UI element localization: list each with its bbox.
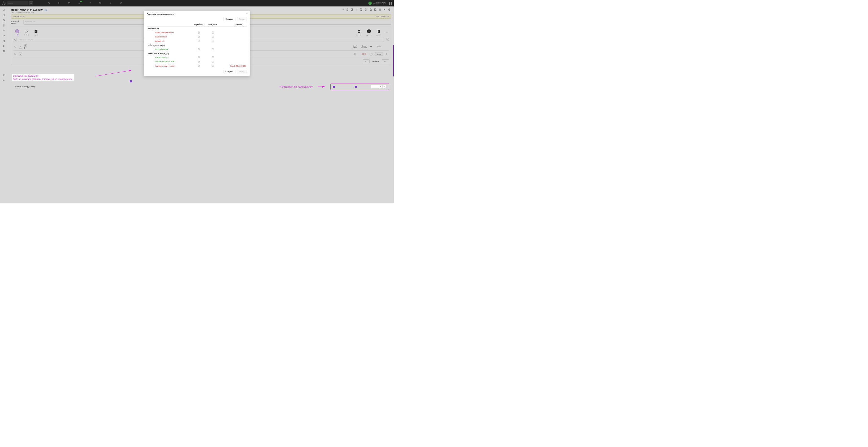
check-item: Вказаний механік <box>147 47 192 52</box>
check-cbx <box>198 56 200 58</box>
modal-title: Перевірка наряд-замовлення <box>147 13 247 15</box>
check-cbx <box>198 61 200 62</box>
check-modal: ✕ Перевірка наряд-замовлення Скасувати Г… <box>144 10 250 76</box>
check-cbx <box>198 48 200 50</box>
group-header: Роботи (кожен рядок) <box>147 43 247 47</box>
check-item: Оновлені зак.ціни по ФІФО <box>147 60 192 64</box>
col-check: Перевіряти <box>192 22 206 27</box>
check-item: Вказаний пробіг <box>147 35 192 39</box>
group-header: Запчастини (кожен рядок) <box>147 52 247 55</box>
block-cbx <box>212 61 214 62</box>
check-item: Залишок = 0 <box>147 39 192 43</box>
annotation-block-mode: В режимі «Блокування», буде не можливо з… <box>11 74 74 81</box>
block-cbx <box>212 48 214 50</box>
value-text: Ряд. 1 (06L115562B) <box>220 64 247 68</box>
ok-button-top: Гаразд <box>237 17 247 21</box>
block-checkbox[interactable]: ✓ <box>355 86 357 88</box>
block-cbx <box>212 56 214 58</box>
check-table: Перевіряти Блокувати Значення Заголовок … <box>147 22 247 68</box>
arrow-annotation-2 <box>317 86 326 88</box>
check-item: Націнка по товару > ліміту <box>147 64 192 68</box>
check-cbx <box>198 40 200 42</box>
cancel-button-top[interactable]: Скасувати <box>223 17 236 21</box>
block-cbx <box>212 40 214 42</box>
pct-addon: % <box>382 85 386 89</box>
limit-input[interactable] <box>371 85 382 89</box>
block-cbx <box>212 65 214 67</box>
bottom-row-label: Націнка по товару > ліміту <box>15 86 57 88</box>
check-cbx <box>198 65 200 67</box>
col-value: Значення <box>220 22 247 27</box>
modal-close-button[interactable]: ✕ <box>246 12 248 14</box>
check-item: Резерв = Кількості <box>147 55 192 59</box>
check-cbx <box>198 32 200 33</box>
highlight-box: ✓ ✓ % <box>331 83 389 90</box>
check-item: Вказані реквізити клієнта <box>147 30 192 35</box>
check-checkbox[interactable]: ✓ <box>333 86 335 88</box>
ok-button: Гаразд <box>237 70 247 73</box>
arrow-annotation-1 <box>95 69 133 79</box>
block-cbx <box>212 36 214 38</box>
group-header: Заголовок н/з <box>147 27 247 30</box>
check-cbx <box>198 36 200 38</box>
cancel-button[interactable]: Скасувати <box>223 70 236 73</box>
col-block: Блокувати <box>206 22 220 27</box>
block-cbx <box>212 32 214 33</box>
bottom-row-container: Націнка по товару > ліміту «Перевірка» т… <box>15 82 389 91</box>
annotation-check-block: «Перевірка» та «Блокування» <box>279 86 313 88</box>
